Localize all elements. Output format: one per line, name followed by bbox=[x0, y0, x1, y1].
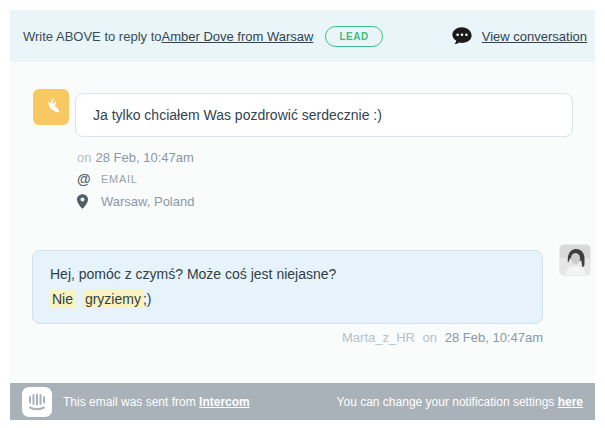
settings-link[interactable]: here bbox=[558, 395, 583, 409]
highlighted-text: gryziemy bbox=[83, 290, 143, 308]
highlighted-text: Nie bbox=[50, 290, 75, 308]
reply-instruction: Write ABOVE to reply to Amber Dove from … bbox=[23, 26, 383, 47]
speech-bubble-icon bbox=[451, 25, 473, 47]
view-conversation-link[interactable]: View conversation bbox=[482, 29, 587, 44]
meta-channel: EMAIL bbox=[101, 173, 138, 185]
email-footer: This email was sent from Intercom You ca… bbox=[10, 383, 595, 420]
conversation-area: Ja tylko chciałem Was pozdrowić serdeczn… bbox=[10, 62, 595, 383]
meta-date-row: on 28 Feb, 10:47am bbox=[77, 146, 194, 168]
reply-line-1: Hej, pomóc z czymś? Może coś jest niejas… bbox=[50, 262, 525, 287]
view-conversation[interactable]: View conversation bbox=[451, 25, 587, 47]
meta-location-row: Warsaw, Poland bbox=[77, 190, 194, 212]
footer-settings: You can change your notification setting… bbox=[337, 395, 583, 409]
reply-date: 28 Feb, 10:47am bbox=[445, 330, 543, 345]
meta-location: Warsaw, Poland bbox=[101, 194, 194, 209]
dove-icon bbox=[40, 96, 62, 118]
intercom-logo bbox=[22, 387, 52, 417]
email-card: Write ABOVE to reply to Amber Dove from … bbox=[10, 10, 595, 420]
email-notification: Write ABOVE to reply to Amber Dove from … bbox=[0, 0, 605, 428]
footer-settings-prefix: You can change your notification setting… bbox=[337, 395, 558, 409]
visitor-avatar bbox=[33, 89, 69, 125]
reply-message-bubble: Hej, pomóc z czymś? Może coś jest niejas… bbox=[32, 250, 543, 324]
meta-date: 28 Feb, 10:47am bbox=[95, 150, 193, 165]
reply-line-2-tail: ;) bbox=[143, 291, 152, 307]
visitor-message-bubble: Ja tylko chciałem Was pozdrowić serdeczn… bbox=[75, 93, 573, 137]
meta-date-prefix: on bbox=[77, 150, 91, 165]
teammate-avatar bbox=[560, 245, 590, 275]
reply-header: Write ABOVE to reply to Amber Dove from … bbox=[10, 10, 595, 62]
at-sign-icon: @ bbox=[77, 171, 92, 187]
intercom-link[interactable]: Intercom bbox=[199, 395, 250, 409]
recipient-link[interactable]: Amber Dove from Warsaw bbox=[161, 29, 313, 44]
visitor-meta: on 28 Feb, 10:47am @ EMAIL Warsaw, Polan… bbox=[77, 146, 194, 212]
reply-line-2: Nie gryziemy;) bbox=[50, 287, 525, 312]
reply-instruction-text: Write ABOVE to reply to bbox=[23, 29, 161, 44]
footer-sent-prefix: This email was sent from bbox=[63, 395, 199, 409]
reply-author: Marta_z_HR bbox=[342, 330, 415, 345]
footer-sent-from: This email was sent from Intercom bbox=[22, 387, 250, 417]
reply-attribution: Marta_z_HR on 28 Feb, 10:47am bbox=[342, 330, 543, 345]
meta-channel-row: @ EMAIL bbox=[77, 168, 194, 190]
lead-badge: LEAD bbox=[325, 26, 382, 47]
visitor-message-text: Ja tylko chciałem Was pozdrowić serdeczn… bbox=[93, 107, 382, 123]
footer-sent-text: This email was sent from Intercom bbox=[63, 395, 250, 409]
reply-author-connector: on bbox=[423, 330, 437, 345]
map-pin-icon bbox=[77, 194, 92, 209]
